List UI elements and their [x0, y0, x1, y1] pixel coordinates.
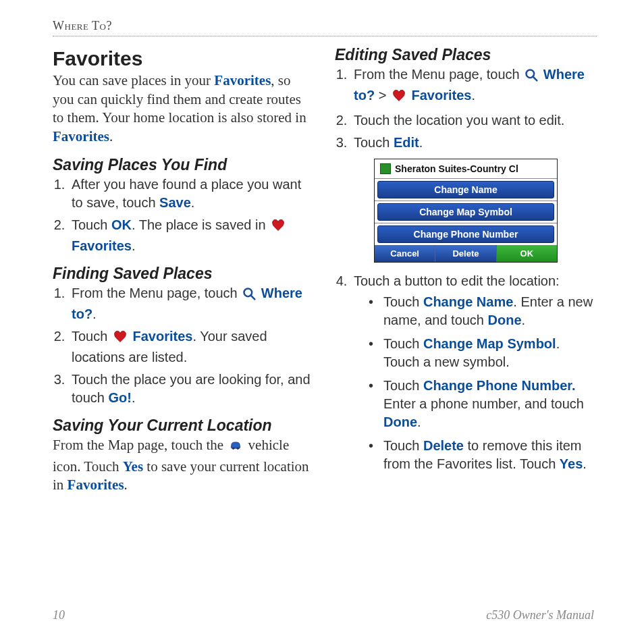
steps-editing-saved: From the Menu page, touch Where to? > Fa…	[335, 65, 597, 152]
list-item: Touch Edit.	[351, 134, 597, 152]
page-number: 10	[53, 608, 65, 622]
text: Enter a phone number, and touch	[383, 396, 584, 411]
list-item: Touch a button to edit the location: Tou…	[351, 272, 597, 473]
heading-saving-places: Saving Places You Find	[53, 156, 315, 174]
header-rule	[53, 36, 597, 36]
keyword-change-name: Change Name	[423, 294, 513, 309]
text: From the Map page, touch the	[53, 437, 227, 453]
heart-icon	[113, 330, 128, 348]
page-footer: 10 c530 Owner's Manual	[53, 608, 594, 622]
keyword-yes: Yes	[560, 456, 583, 471]
device-action-bar: Cancel Delete OK	[375, 245, 557, 262]
text: .	[124, 477, 128, 493]
list-item: Touch the location you want to edit.	[351, 111, 597, 130]
text: Touch	[383, 294, 423, 309]
list-item: Touch the place you are looking for, and…	[69, 371, 315, 407]
text: From the Menu page, touch	[354, 67, 523, 82]
list-item: From the Menu page, touch Where to? > Fa…	[351, 65, 597, 107]
text: .	[419, 135, 423, 150]
keyword-favorites: Favorites	[68, 477, 124, 493]
text: Touch	[383, 378, 423, 393]
steps-saving-places: After you have found a place you want to…	[53, 176, 315, 255]
device-title-bar: Sheraton Suites-Country Cl	[375, 159, 557, 179]
list-item: From the Menu page, touch Where to?.	[69, 284, 315, 323]
list-item: Touch Favorites. Your saved locations ar…	[69, 327, 315, 367]
keyword-favorites: Favorites	[53, 128, 109, 144]
text: .	[522, 313, 526, 327]
list-item: Touch Change Map Symbol. Touch a new sym…	[369, 335, 597, 371]
text: .	[417, 414, 421, 429]
text: .	[191, 195, 195, 210]
manual-title: c530 Owner's Manual	[486, 608, 594, 622]
text: .	[109, 128, 113, 144]
device-location-icon	[380, 163, 391, 174]
change-map-symbol-button[interactable]: Change Map Symbol	[377, 203, 554, 221]
breadcrumb: Where To?	[53, 19, 597, 33]
right-column: Editing Saved Places From the Menu page,…	[335, 43, 597, 500]
keyword-favorites: Favorites	[133, 329, 193, 344]
text: .	[583, 456, 587, 471]
change-phone-number-button[interactable]: Change Phone Number	[377, 225, 554, 243]
heart-icon	[392, 89, 406, 107]
keyword-change-map-symbol: Change Map Symbol	[423, 336, 556, 351]
list-item: After you have found a place you want to…	[69, 176, 315, 212]
heading-saving-current: Saving Your Current Location	[53, 417, 315, 435]
page-title: Favorites	[53, 47, 315, 70]
keyword-change-phone-number: Change Phone Number.	[423, 378, 576, 393]
list-item: Touch Change Name. Enter a new name, and…	[369, 293, 597, 329]
keyword-yes: Yes	[123, 458, 143, 475]
keyword-go: Go!	[108, 390, 131, 405]
keyword-favorites: Favorites	[411, 88, 471, 103]
cancel-button[interactable]: Cancel	[375, 245, 435, 262]
text: .	[471, 88, 475, 103]
steps-finding-saved: From the Menu page, touch Where to?. Tou…	[53, 284, 315, 407]
device-screenshot: Sheraton Suites-Country Cl Change Name C…	[374, 159, 558, 263]
delete-button[interactable]: Delete	[435, 245, 496, 262]
text: Touch a button to edit the location:	[354, 273, 560, 288]
heading-editing-saved: Editing Saved Places	[335, 46, 597, 64]
list-item: Touch OK. The place is saved in Favorite…	[69, 216, 315, 255]
search-icon	[242, 287, 256, 305]
heading-finding-saved: Finding Saved Places	[53, 265, 315, 283]
saving-current-text: From the Map page, touch the vehicle ico…	[53, 436, 315, 495]
text: Touch	[383, 336, 423, 351]
text: .	[132, 238, 136, 253]
keyword-edit: Edit	[394, 135, 419, 150]
left-column: Favorites You can save places in your Fa…	[53, 43, 315, 500]
edit-options-list: Touch Change Name. Enter a new name, and…	[354, 293, 597, 473]
text: Touch	[72, 329, 111, 344]
text: From the Menu page, touch	[72, 286, 241, 300]
ok-button[interactable]: OK	[497, 245, 557, 262]
intro-text: You can save places in your Favorites, s…	[53, 72, 315, 146]
search-icon	[525, 68, 538, 86]
keyword-ok: OK	[111, 217, 132, 232]
text: . The place is saved in	[132, 217, 269, 232]
device-title: Sheraton Suites-Country Cl	[395, 163, 518, 174]
text: >	[375, 88, 390, 103]
text: Touch	[72, 217, 111, 232]
text: .	[92, 306, 97, 321]
keyword-favorites: Favorites	[72, 238, 132, 253]
steps-editing-saved-cont: Touch a button to edit the location: Tou…	[335, 272, 597, 473]
text: You can save places in your	[53, 72, 214, 88]
text: Touch	[383, 438, 423, 453]
text: .	[132, 390, 136, 405]
keyword-save: Save	[159, 195, 191, 210]
text: Touch	[354, 135, 394, 150]
list-item: Touch Change Phone Number. Enter a phone…	[369, 377, 597, 431]
keyword-delete: Delete	[423, 438, 464, 453]
vehicle-icon	[228, 439, 243, 458]
keyword-done: Done	[383, 414, 417, 429]
keyword-favorites: Favorites	[214, 72, 271, 88]
list-item: Touch Delete to remove this item from th…	[369, 437, 597, 473]
keyword-done: Done	[488, 313, 522, 327]
heart-icon	[271, 219, 286, 237]
change-name-button[interactable]: Change Name	[377, 181, 554, 198]
